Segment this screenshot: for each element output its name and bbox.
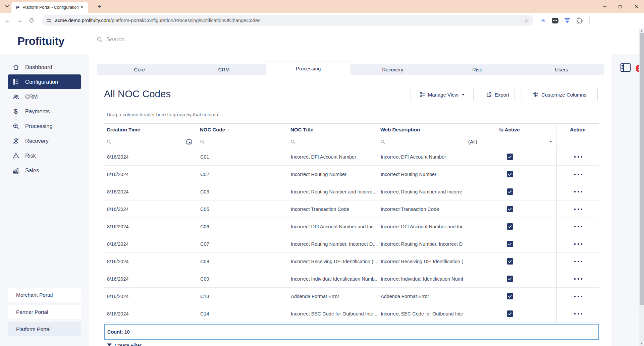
- url-text[interactable]: acme.demo.profituity.com/platform-portal…: [55, 18, 524, 23]
- filter-web-description[interactable]: [378, 135, 463, 148]
- sidebar-item-configuration[interactable]: Configuration: [8, 74, 81, 89]
- forward-icon[interactable]: →: [14, 15, 24, 25]
- search-icon: [200, 139, 205, 144]
- scroll-up-icon[interactable]: ▲: [639, 28, 644, 33]
- window-restore-button[interactable]: [612, 0, 628, 13]
- cell-noc-code: C01: [198, 154, 288, 160]
- table-row: 8/16/2024 C13 Addenda Format Error Adden…: [104, 288, 599, 305]
- platform-portal-button[interactable]: Platform Portal: [8, 322, 81, 336]
- cell-web-description: Incorrect Individual Identification Numb…: [378, 276, 463, 282]
- column-header-noc-title[interactable]: NOC Title: [288, 127, 378, 132]
- home-icon: [12, 64, 19, 71]
- main-content: Core CRM Processing Recovery Risk Users …: [89, 54, 612, 346]
- extension-bars-icon[interactable]: [562, 16, 572, 25]
- cell-action: [556, 305, 599, 322]
- row-actions-button[interactable]: [574, 243, 582, 245]
- back-icon[interactable]: ←: [2, 15, 12, 25]
- column-header-action: Action: [556, 124, 599, 135]
- site-settings-icon[interactable]: [46, 18, 52, 23]
- search-icon: [380, 139, 385, 144]
- is-active-checkbox[interactable]: [507, 154, 513, 160]
- is-active-checkbox[interactable]: [507, 206, 513, 212]
- cell-noc-title: Incorrect Routing Number, Incorrect D...: [288, 241, 378, 247]
- is-active-checkbox[interactable]: [507, 241, 513, 247]
- tab-core[interactable]: Core: [97, 64, 182, 75]
- chevron-down-icon: [549, 141, 552, 142]
- cell-is-active: [463, 188, 556, 195]
- tab-recovery[interactable]: Recovery: [351, 64, 435, 75]
- reload-icon[interactable]: [26, 15, 37, 25]
- calendar-icon[interactable]: [186, 139, 192, 145]
- row-actions-button[interactable]: [574, 191, 582, 192]
- tab-users[interactable]: Users: [519, 64, 604, 75]
- row-actions-button[interactable]: [574, 313, 582, 314]
- cell-action: [556, 166, 599, 183]
- tab-risk[interactable]: Risk: [435, 64, 520, 75]
- cell-noc-code: C08: [198, 259, 288, 264]
- extension-starburst-icon[interactable]: ✳: [538, 16, 548, 25]
- sidebar-item-sales[interactable]: Sales: [8, 163, 81, 178]
- cell-action: [556, 235, 599, 252]
- column-header-noc-code[interactable]: NOC Code ↑: [197, 127, 288, 132]
- sidebar-item-recovery[interactable]: Recovery: [8, 133, 81, 148]
- noc-codes-grid: Creation Time NOC Code ↑ NOC Title Web D…: [104, 123, 599, 323]
- manage-view-button[interactable]: Manage View: [411, 88, 474, 101]
- is-active-checkbox[interactable]: [507, 293, 513, 299]
- partner-portal-button[interactable]: Partner Portal: [8, 305, 81, 319]
- is-active-checkbox[interactable]: [507, 310, 513, 317]
- cell-web-description: Incorrect DFI Account Number: [378, 154, 463, 160]
- sidebar-item-processing[interactable]: Processing: [8, 119, 81, 133]
- search-input[interactable]: [106, 36, 214, 43]
- table-row: 8/16/2024 C14 Incorrect SEC Code for Out…: [104, 305, 599, 323]
- sidebar-item-payments[interactable]: $ Payments: [8, 104, 81, 119]
- scrollbar-thumb[interactable]: [640, 33, 644, 305]
- row-actions-button[interactable]: [574, 156, 582, 158]
- magnifier-pulse-icon: [12, 123, 19, 130]
- row-actions-button[interactable]: [574, 261, 582, 262]
- is-active-checkbox[interactable]: [507, 258, 513, 265]
- filter-noc-title[interactable]: [288, 135, 378, 148]
- is-active-checkbox[interactable]: [507, 188, 513, 195]
- filter-is-active-select[interactable]: (All): [463, 135, 556, 148]
- filter-noc-code[interactable]: [197, 135, 288, 148]
- cell-noc-title: Incorrect Receiving DFI Identification (…: [288, 259, 378, 264]
- tab-processing[interactable]: Processing: [266, 62, 351, 75]
- create-filter-button[interactable]: Create Filter: [107, 343, 142, 346]
- export-button[interactable]: Export: [481, 88, 515, 101]
- column-header-web-description[interactable]: Web Description: [378, 127, 463, 132]
- row-actions-button[interactable]: [574, 226, 582, 227]
- filter-creation-time[interactable]: [104, 135, 197, 148]
- scroll-down-icon[interactable]: ▼: [639, 341, 644, 346]
- sidebar-item-dashboard[interactable]: Dashboard: [8, 60, 81, 74]
- merchant-portal-button[interactable]: Merchant Portal: [8, 288, 81, 302]
- customize-columns-button[interactable]: Customize Columns: [522, 88, 598, 101]
- tab-close-icon[interactable]: ✕: [78, 4, 86, 10]
- tab-search-icon[interactable]: [3, 3, 11, 10]
- is-active-checkbox[interactable]: [507, 276, 513, 282]
- window-minimize-button[interactable]: [597, 0, 612, 13]
- browser-url-bar: ← → acme.demo.profituity.com/platform-po…: [0, 13, 644, 28]
- cell-web-description: Addenda Format Error: [378, 294, 463, 299]
- row-actions-button[interactable]: [574, 296, 582, 297]
- bookmark-star-icon[interactable]: ☆: [524, 17, 529, 24]
- window-close-button[interactable]: [629, 0, 644, 13]
- extensions-puzzle-icon[interactable]: [575, 16, 584, 25]
- notifications-panel-button[interactable]: 2: [620, 62, 633, 74]
- row-actions-button[interactable]: [574, 209, 582, 210]
- tab-crm[interactable]: CRM: [182, 64, 266, 75]
- browser-tab[interactable]: P Platform Portal - Configuration ✕: [11, 2, 88, 13]
- is-active-checkbox[interactable]: [507, 171, 513, 177]
- row-actions-button[interactable]: [574, 278, 582, 280]
- page-scrollbar[interactable]: ▲ ▼: [639, 28, 644, 346]
- row-actions-button[interactable]: [574, 174, 582, 175]
- extension-chat-icon[interactable]: •••: [550, 16, 560, 25]
- sidebar-item-crm[interactable]: CRM: [8, 89, 81, 104]
- cell-noc-code: C03: [198, 189, 288, 194]
- address-bar[interactable]: acme.demo.profituity.com/platform-portal…: [42, 15, 533, 26]
- is-active-checkbox[interactable]: [507, 223, 513, 230]
- sidebar-item-risk[interactable]: Risk: [8, 148, 81, 163]
- column-header-creation-time[interactable]: Creation Time: [104, 127, 197, 132]
- right-utility-strip: 2: [612, 54, 639, 346]
- new-tab-button[interactable]: +: [95, 3, 103, 11]
- column-header-is-active[interactable]: Is Active: [463, 127, 556, 132]
